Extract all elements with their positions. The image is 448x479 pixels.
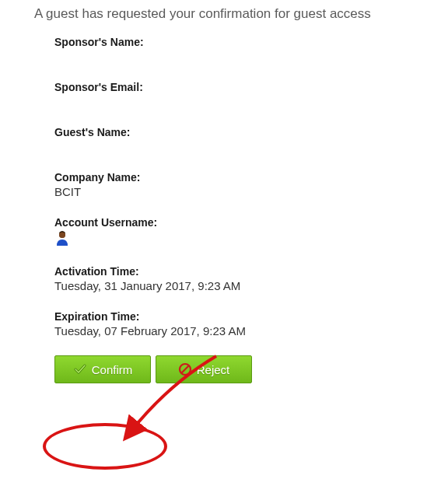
account-username-label: Account Username:: [54, 216, 448, 229]
field-activation-time: Activation Time: Tuesday, 31 January 201…: [54, 265, 448, 293]
guest-name-value: [54, 140, 448, 154]
field-sponsor-email: Sponsor's Email:: [54, 81, 448, 109]
expiration-time-label: Expiration Time:: [54, 310, 448, 323]
field-company-name: Company Name: BCIT: [54, 171, 448, 199]
company-name-label: Company Name:: [54, 171, 448, 184]
field-guest-name: Guest's Name:: [54, 126, 448, 154]
annotation-ellipse: [43, 423, 167, 470]
guest-name-label: Guest's Name:: [54, 126, 448, 138]
field-account-username: Account Username:: [54, 216, 448, 248]
check-icon: [73, 362, 87, 376]
page-header: A guest has requested your confirmation …: [0, 0, 448, 22]
activation-time-label: Activation Time:: [54, 265, 448, 278]
prohibit-icon: [178, 362, 192, 376]
reject-button-label: Reject: [197, 363, 230, 376]
company-name-value: BCIT: [54, 185, 448, 199]
activation-time-value: Tuesday, 31 January 2017, 9:23 AM: [54, 279, 448, 293]
account-username-value: [54, 230, 448, 248]
avatar-icon: [54, 230, 70, 248]
sponsor-email-value: [54, 95, 448, 109]
sponsor-name-label: Sponsor's Name:: [54, 36, 448, 48]
confirm-button[interactable]: Confirm: [54, 355, 151, 383]
sponsor-name-value: [54, 50, 448, 64]
reject-button[interactable]: Reject: [156, 355, 252, 383]
expiration-time-value: Tuesday, 07 February 2017, 9:23 AM: [54, 324, 448, 338]
form-content: Sponsor's Name: Sponsor's Email: Guest's…: [0, 22, 448, 383]
field-expiration-time: Expiration Time: Tuesday, 07 February 20…: [54, 310, 448, 338]
sponsor-email-label: Sponsor's Email:: [54, 81, 448, 93]
button-row: Confirm Reject: [54, 355, 448, 383]
field-sponsor-name: Sponsor's Name:: [54, 36, 448, 64]
svg-line-3: [181, 366, 188, 373]
confirm-button-label: Confirm: [92, 363, 133, 376]
